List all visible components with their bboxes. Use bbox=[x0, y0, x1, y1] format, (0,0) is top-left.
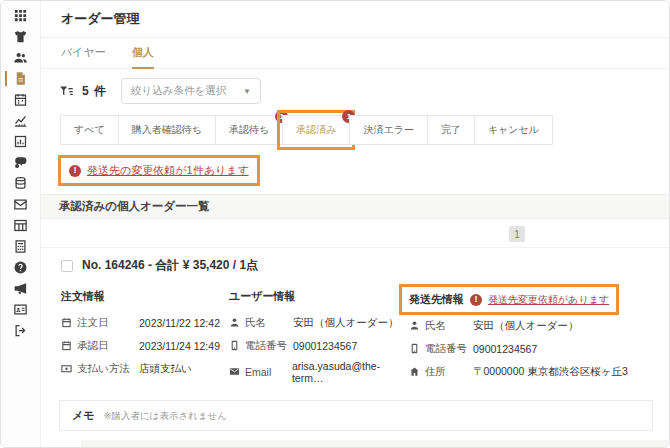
bar-chart-icon bbox=[13, 134, 28, 149]
tshirt-icon bbox=[13, 29, 28, 44]
sidebar-item-report[interactable] bbox=[1, 131, 41, 152]
filter-condition-select[interactable]: 絞り込み条件を選択 ▼ bbox=[121, 78, 261, 104]
order-document-icon bbox=[13, 71, 28, 86]
user-name-row: 氏名 安田（個人オーダー） bbox=[229, 314, 409, 332]
order-type-tabs: バイヤー 個人 bbox=[41, 38, 670, 69]
sidebar-item-announcement[interactable] bbox=[1, 278, 41, 299]
status-tab-all[interactable]: すべて bbox=[60, 115, 119, 145]
alert-text: 発送先の変更依頼が1件あります bbox=[87, 163, 249, 178]
sidebar-item-orders[interactable] bbox=[1, 68, 41, 89]
order-date-row: 注文日 2023/11/22 12:42 bbox=[61, 314, 229, 332]
payment-icon bbox=[61, 360, 72, 378]
section-title: 承認済みの個人オーダー一覧 bbox=[59, 199, 210, 214]
user-email-row: Email arisa.yasuda@the-term… bbox=[229, 360, 409, 384]
user-info-title: ユーザー情報 bbox=[229, 289, 409, 304]
calculator-icon bbox=[13, 239, 28, 254]
alert-row: 発送先の変更依頼が1件あります bbox=[63, 159, 670, 181]
sidebar-item-id-card[interactable] bbox=[1, 299, 41, 320]
status-tab-payment-error[interactable]: 決済エラー bbox=[349, 115, 427, 145]
tab-individual[interactable]: 個人 bbox=[132, 38, 154, 69]
memo-label: メモ bbox=[72, 408, 95, 423]
shipping-info-column: 発送先情報 発送先変更依頼があります 氏名 安田（個人オーダー） 電話番号 09… bbox=[409, 289, 651, 389]
phone-icon bbox=[409, 340, 420, 358]
status-tab-completed[interactable]: 完了 bbox=[427, 115, 475, 145]
person-icon bbox=[409, 317, 420, 335]
chat-bubbles-icon bbox=[13, 155, 28, 170]
memo-box[interactable]: メモ ※購入者には表示されません bbox=[59, 400, 653, 431]
mail-icon bbox=[229, 363, 240, 381]
home-icon bbox=[409, 363, 420, 381]
calendar-icon bbox=[13, 92, 28, 107]
order-info-columns: 注文情報 注文日 2023/11/22 12:42 承認日 2023/11/24… bbox=[41, 274, 670, 389]
filter-count: 5 件 bbox=[82, 83, 107, 100]
shipping-phone-row: 電話番号 09001234567 bbox=[409, 340, 651, 358]
order-card: No. 164246 - 合計 ¥ 35,420 / 1点 注文情報 注文日 2… bbox=[41, 248, 670, 448]
sidebar-item-calendar[interactable] bbox=[1, 89, 41, 110]
calendar-icon bbox=[61, 314, 72, 332]
main-content: オーダー管理 バイヤー 個人 5 件 絞り込み条件を選択 ▼ すべて 購入者確認… bbox=[41, 1, 670, 447]
section-header-bar: 承認済みの個人オーダー一覧 bbox=[41, 194, 670, 219]
logout-icon bbox=[13, 323, 28, 338]
page-header: オーダー管理 bbox=[41, 1, 670, 38]
table-grid-icon bbox=[13, 218, 28, 233]
status-tab-waiting-buyer-confirmation[interactable]: 購入者確認待ち bbox=[118, 115, 216, 145]
sidebar-item-help[interactable] bbox=[1, 257, 41, 278]
order-checkbox[interactable] bbox=[61, 260, 73, 272]
apps-grid-icon bbox=[13, 8, 28, 23]
sidebar-item-table[interactable] bbox=[1, 215, 41, 236]
database-icon bbox=[13, 176, 28, 191]
bottom-divider-strip bbox=[81, 440, 670, 447]
shipping-address-row: 住所 〒0000000 東京都渋谷区桜ヶ丘3 bbox=[409, 363, 651, 381]
order-head-row: No. 164246 - 合計 ¥ 35,420 / 1点 bbox=[41, 248, 670, 274]
sidebar-item-calculator[interactable] bbox=[1, 236, 41, 257]
app-window: オーダー管理 バイヤー 個人 5 件 絞り込み条件を選択 ▼ すべて 購入者確認… bbox=[0, 0, 670, 448]
chevron-down-icon: ▼ bbox=[243, 87, 251, 96]
user-info-column: ユーザー情報 氏名 安田（個人オーダー） 電話番号 09001234567 Em… bbox=[229, 289, 409, 389]
status-tab-cancelled[interactable]: キャンセル bbox=[474, 115, 553, 145]
order-info-title: 注文情報 bbox=[61, 289, 229, 304]
sidebar-item-members[interactable] bbox=[1, 47, 41, 68]
filter-icon bbox=[59, 84, 74, 99]
sidebar-item-analytics[interactable] bbox=[1, 110, 41, 131]
calendar-icon bbox=[61, 337, 72, 355]
status-tab-approved[interactable]: 承認済み1 bbox=[282, 115, 350, 145]
shipping-change-request-link[interactable]: 発送先変更依頼があります bbox=[488, 293, 609, 307]
trending-chart-icon bbox=[13, 113, 28, 128]
sidebar-item-database[interactable] bbox=[1, 173, 41, 194]
pagination-page-1[interactable]: 1 bbox=[509, 226, 525, 242]
shipping-info-header: 発送先情報 発送先変更依頼があります bbox=[404, 289, 614, 310]
user-phone-row: 電話番号 09001234567 bbox=[229, 337, 409, 355]
sidebar-item-chat[interactable] bbox=[1, 152, 41, 173]
approval-date-row: 承認日 2023/11/24 12:49 bbox=[61, 337, 229, 355]
phone-icon bbox=[229, 337, 240, 355]
status-tabs: すべて 購入者確認待ち 承認待ち1 承認済み1 決済エラー 完了 キャンセル bbox=[41, 115, 670, 145]
order-number: No. 164246 - 合計 ¥ 35,420 / 1点 bbox=[82, 257, 258, 274]
id-card-icon bbox=[13, 302, 28, 317]
filter-select-placeholder: 絞り込み条件を選択 bbox=[131, 84, 226, 98]
shipping-change-alert-link[interactable]: 発送先の変更依頼が1件あります bbox=[63, 160, 255, 181]
page-title: オーダー管理 bbox=[61, 10, 651, 28]
sidebar-item-apparel[interactable] bbox=[1, 26, 41, 47]
memo-note: ※購入者には表示されません bbox=[104, 410, 228, 423]
payment-method-row: 支払い方法 店頭支払い bbox=[61, 360, 229, 378]
shipping-info-title: 発送先情報 bbox=[409, 292, 464, 307]
people-icon bbox=[13, 50, 28, 65]
mail-icon bbox=[13, 197, 28, 212]
sidebar-item-mail[interactable] bbox=[1, 194, 41, 215]
error-circle-icon bbox=[470, 294, 482, 306]
megaphone-icon bbox=[13, 281, 28, 296]
sidebar-item-logout[interactable] bbox=[1, 320, 41, 341]
sidebar bbox=[1, 1, 41, 447]
sidebar-item-apps[interactable] bbox=[1, 5, 41, 26]
pagination: 1 bbox=[41, 219, 670, 248]
tab-buyer[interactable]: バイヤー bbox=[61, 38, 106, 69]
shipping-name-row: 氏名 安田（個人オーダー） bbox=[409, 317, 651, 335]
person-icon bbox=[229, 314, 240, 332]
error-circle-icon bbox=[69, 165, 81, 177]
filter-row: 5 件 絞り込み条件を選択 ▼ bbox=[41, 69, 670, 113]
status-tab-waiting-approval[interactable]: 承認待ち1 bbox=[215, 115, 283, 145]
help-circle-icon bbox=[13, 260, 28, 275]
order-info-column: 注文情報 注文日 2023/11/22 12:42 承認日 2023/11/24… bbox=[61, 289, 229, 389]
